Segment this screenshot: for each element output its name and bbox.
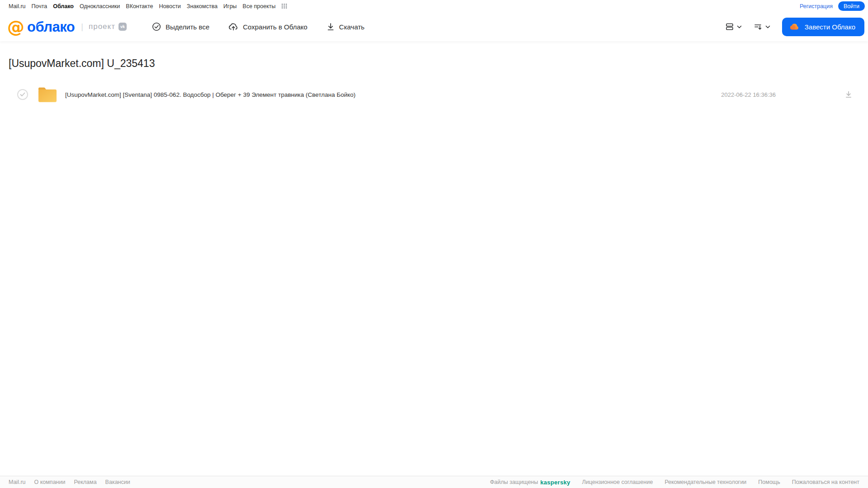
cloud-logo-text: облако xyxy=(27,20,75,34)
row-download-button[interactable] xyxy=(844,90,853,99)
header-right-controls: Завести Облако xyxy=(725,18,864,36)
file-name[interactable]: [UsupovMarket.com] [Sventana] 0985-062. … xyxy=(65,91,356,98)
save-to-cloud-label: Сохранить в Облако xyxy=(243,23,308,31)
get-cloud-label: Завести Облако xyxy=(805,23,855,31)
project-label: проект xyxy=(89,22,115,31)
download-icon xyxy=(327,22,335,31)
select-all-button[interactable]: Выделить все xyxy=(152,22,209,31)
portal-link-igry[interactable]: Игры xyxy=(223,3,237,9)
view-mode-dropdown[interactable] xyxy=(725,22,742,31)
row-checkbox[interactable] xyxy=(17,89,28,100)
portal-nav: Mail.ru Почта Облако Одноклассники ВКонт… xyxy=(0,0,868,12)
file-toolbar: Выделить все Сохранить в Облако Скачат xyxy=(152,22,365,31)
sort-icon xyxy=(754,22,763,31)
select-all-label: Выделить все xyxy=(166,23,209,31)
portal-link-vkontakte[interactable]: ВКонтакте xyxy=(126,3,153,9)
protected-label: Файлы защищены xyxy=(490,479,538,485)
footer-link-jobs[interactable]: Вакансии xyxy=(105,479,130,485)
portal-link-pochta[interactable]: Почта xyxy=(32,3,47,9)
footer-link-ads[interactable]: Реклама xyxy=(74,479,96,485)
download-button[interactable]: Скачать xyxy=(327,22,365,31)
footer-link-mailru[interactable]: Mail.ru xyxy=(9,479,26,485)
cloud-logo[interactable]: @ облако xyxy=(7,18,75,35)
portal-link-oblako[interactable]: Облако xyxy=(53,3,74,9)
register-link[interactable]: Регистрация xyxy=(800,3,833,9)
page-title: [UsupovMarket.com] U_235413 xyxy=(9,57,868,70)
sort-dropdown[interactable] xyxy=(754,22,770,31)
mailru-at-icon: @ xyxy=(7,18,24,35)
footer-link-help[interactable]: Помощь xyxy=(758,479,780,485)
cloud-header: @ облако | проект vk Выделить все xyxy=(0,12,868,41)
footer-link-about[interactable]: О компании xyxy=(34,479,66,485)
vk-project-tag: | проект vk xyxy=(81,22,127,32)
file-date: 2022-06-22 16:36:36 xyxy=(721,91,776,98)
kaspersky-protected: Файлы защищены kaspersky xyxy=(490,479,570,486)
vk-badge-icon: vk xyxy=(119,23,127,31)
file-row[interactable]: [UsupovMarket.com] [Sventana] 0985-062. … xyxy=(0,85,868,104)
cloud-upload-icon xyxy=(228,22,238,31)
portal-link-mailru[interactable]: Mail.ru xyxy=(9,3,26,9)
get-cloud-button[interactable]: Завести Облако xyxy=(782,18,864,36)
chevron-down-icon xyxy=(765,25,770,28)
all-projects-grid-icon[interactable] xyxy=(281,3,287,9)
footer-link-report[interactable]: Пожаловаться на контент xyxy=(792,479,859,485)
footer-left-links: Mail.ru О компании Реклама Вакансии xyxy=(9,479,130,485)
footer-link-license[interactable]: Лицензионное соглашение xyxy=(582,479,653,485)
portal-link-odnoklassniki[interactable]: Одноклассники xyxy=(80,3,120,9)
login-button[interactable]: Войти xyxy=(838,1,865,11)
download-label: Скачать xyxy=(339,23,365,31)
check-circle-icon xyxy=(152,22,161,31)
list-view-icon xyxy=(725,22,734,31)
portal-link-znakomstva[interactable]: Знакомства xyxy=(187,3,218,9)
project-separator: | xyxy=(81,22,83,32)
kaspersky-logo[interactable]: kaspersky xyxy=(540,479,570,486)
footer: Mail.ru О компании Реклама Вакансии Файл… xyxy=(0,476,868,488)
save-to-cloud-button[interactable]: Сохранить в Облако xyxy=(228,22,308,31)
footer-link-recommendations[interactable]: Рекомендательные технологии xyxy=(664,479,746,485)
footer-right-links: Файлы защищены kaspersky Лицензионное со… xyxy=(490,479,859,486)
folder-icon xyxy=(37,86,58,103)
portal-link-novosti[interactable]: Новости xyxy=(159,3,180,9)
cloud-orange-icon xyxy=(789,22,800,31)
chevron-down-icon xyxy=(737,25,742,28)
portal-link-all-projects[interactable]: Все проекты xyxy=(242,3,275,9)
main-content: [UsupovMarket.com] U_235413 [UsupovMarke… xyxy=(0,57,868,104)
